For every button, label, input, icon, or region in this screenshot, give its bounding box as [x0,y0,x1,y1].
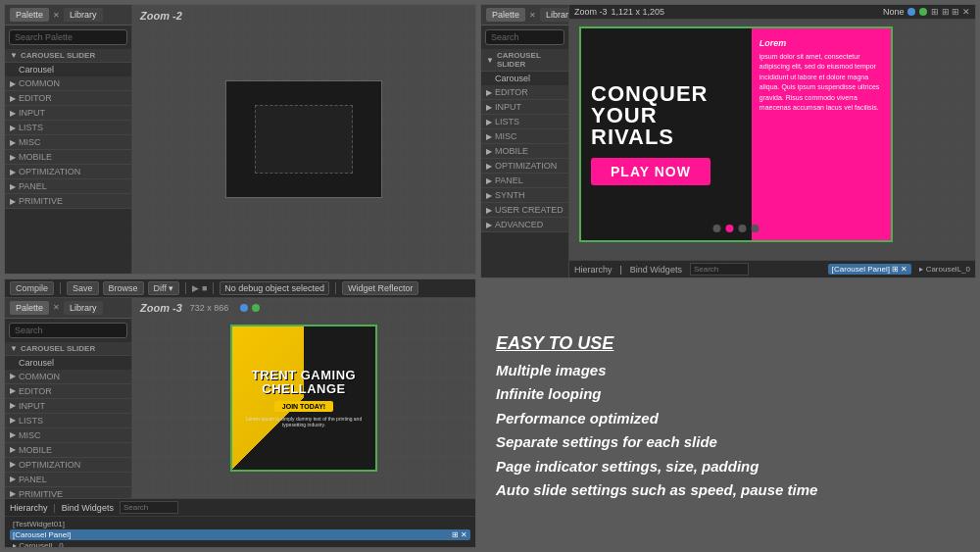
bottom-carousel-section[interactable]: ▼ CAROUSEL SLIDER [5,342,131,356]
library-tab[interactable]: Library [64,8,103,22]
r-bind-widgets[interactable]: Bind Widgets [630,265,682,275]
toolbar-icons: ⊞ ⊞ ⊞ ✕ [931,7,970,17]
dot-3[interactable] [739,225,747,232]
hierarchy-item-carousel-0[interactable]: ▸ CarouselL_0 [10,540,470,548]
sidebar-header-top: Palette ✕ Library [5,5,131,25]
optimization-section[interactable]: ▶ OPTIMIZATION [5,165,131,179]
bottom-panel-body: Palette ✕ Library Search ▼ CAROUSEL SLID… [5,298,475,499]
arrow-right-icon-5: ▶ [10,138,16,147]
editor-section[interactable]: ▶ EDITOR [5,91,131,106]
b-editor[interactable]: ▶EDITOR [5,384,131,399]
r-carousel-item[interactable]: Carousel [481,72,568,85]
feature-page-indicator: Page indicator settings, size, padding [496,457,964,477]
bottom-library-tab[interactable]: Library [64,301,103,315]
misc-section[interactable]: ▶ MISC [5,135,131,150]
carousel-slider-section[interactable]: ▼ CAROUSEL SLIDER [5,49,131,63]
hierarchy-search[interactable] [120,501,178,514]
play-now-button[interactable]: PLAY NOW [591,158,710,185]
arrow-right-icon-4: ▶ [10,124,16,132]
r-carousel-section[interactable]: ▼ CAROUSEL SLIDER [481,49,568,72]
b-opt-l: OPTIMIZATION [19,460,80,470]
r-panel[interactable]: ▶PANEL [481,174,568,188]
r-hierarchy-label: Hierarchy [574,265,612,275]
r-editor[interactable]: ▶EDITOR [481,85,568,100]
green-dot-right [919,8,927,16]
right-canvas: Zoom -3 1,121 x 1,205 None ⊞ ⊞ ⊞ ✕ CONQU… [569,5,975,277]
primitive-section[interactable]: ▶ PRIMITIVE [5,194,131,209]
b-misc[interactable]: ▶MISC [5,428,131,443]
b-prim-l: PRIMITIVE [19,489,63,499]
right-hierarchy-bar: Hierarchy | Bind Widgets [Carousel Panel… [569,260,975,277]
hierarchy-item-testwidget[interactable]: [TestWidget01] [10,519,470,529]
hierarchy-item-carousel-panel[interactable]: [Carousel Panel] ⊞ ✕ [10,529,470,540]
canvas-inner [255,105,353,174]
b-mobile[interactable]: ▶MOBILE [5,443,131,458]
editor-label: EDITOR [19,93,52,103]
save-button[interactable]: Save [67,281,99,295]
r-synth[interactable]: ▶SYNTH [481,188,568,203]
palette-tab[interactable]: Palette [10,8,49,22]
panel-section[interactable]: ▶ PANEL [5,179,131,194]
lists-section[interactable]: ▶ LISTS [5,121,131,135]
dot-2[interactable] [726,225,734,232]
bottom-sidebar: Palette ✕ Library Search ▼ CAROUSEL SLID… [5,298,132,499]
feature-performance: Performance optimized [496,409,964,428]
r-uc[interactable]: ▶USER CREATED [481,203,568,218]
b-input[interactable]: ▶INPUT [5,399,131,414]
r-input-l: INPUT [495,102,521,112]
dot-4[interactable] [752,225,760,232]
r-input[interactable]: ▶INPUT [481,100,568,115]
r-carousel-child[interactable]: ▸ CarouselL_0 [919,265,970,274]
canvas-placeholder [225,80,382,198]
r-lists[interactable]: ▶LISTS [481,115,568,129]
feature-easy-to-use: EASY TO USE [496,332,964,355]
r-misc[interactable]: ▶MISC [481,129,568,144]
debug-dropdown[interactable]: No debug object selected [220,281,329,295]
b-prim[interactable]: ▶PRIMITIVE [5,487,131,499]
b-opt[interactable]: ▶OPTIMIZATION [5,458,131,473]
feature-multiple-images: Multiple images [496,361,964,380]
b-common-l: COMMON [19,372,60,381]
arrow-down-icon: ▼ [10,51,18,60]
arrow-right-icon-7: ▶ [10,168,16,176]
dot-1[interactable] [713,225,721,232]
join-button[interactable]: JOIN TODAY! [274,401,333,412]
mobile-section[interactable]: ▶ MOBILE [5,150,131,165]
input-label: INPUT [19,108,45,118]
widget-reflector-button[interactable]: Widget Reflector [342,281,419,295]
bind-widgets-label[interactable]: Bind Widgets [62,503,114,513]
r-opt[interactable]: ▶OPTIMIZATION [481,159,568,174]
input-section[interactable]: ▶ INPUT [5,106,131,121]
b-common[interactable]: ▶COMMON [5,370,131,384]
bottom-sidebar-header: Palette ✕ Library [5,298,131,319]
b-panel[interactable]: ▶PANEL [5,473,131,487]
r-synth-l: SYNTH [495,190,525,200]
right-sidebar-header: Palette ✕ Library [481,5,568,25]
r-library-tab[interactable]: Library [540,8,569,22]
bottom-search-input[interactable]: Search [9,323,127,338]
bottom-carousel-item[interactable]: Carousel [5,356,131,370]
lists-label: LISTS [19,123,43,132]
arrow-right-icon: ▶ [10,79,16,88]
bottom-carousel-child: Carousel [19,358,54,368]
features-panel: EASY TO USE Multiple images Infinite loo… [480,280,980,552]
r-carousel-panel-item[interactable]: [Carousel Panel] ⊞ ✕ [828,264,912,275]
bottom-palette-tab[interactable]: Palette [10,301,49,315]
right-search-input[interactable]: Search [485,29,564,45]
common-section[interactable]: ▶ COMMON [5,76,131,91]
compile-button[interactable]: Compile [10,281,54,295]
r-palette-tab[interactable]: Palette [486,8,525,22]
b-editor-l: EDITOR [19,386,52,396]
sep1 [60,282,61,294]
sep3 [213,282,214,294]
feature-infinite-looping: Infinite looping [496,384,964,404]
diff-button[interactable]: Diff ▾ [148,281,180,295]
r-adv[interactable]: ▶ADVANCED [481,218,568,232]
r-mobile[interactable]: ▶MOBILE [481,144,568,159]
search-palette-input[interactable]: Search Palette [9,29,127,45]
carousel-item[interactable]: Carousel [5,63,131,76]
browse-button[interactable]: Browse [103,281,144,295]
b-lists[interactable]: ▶LISTS [5,414,131,428]
r-hierarchy-search[interactable] [690,263,749,276]
top-left-panel: Palette ✕ Library Search Palette ▼ CAROU… [4,4,476,275]
